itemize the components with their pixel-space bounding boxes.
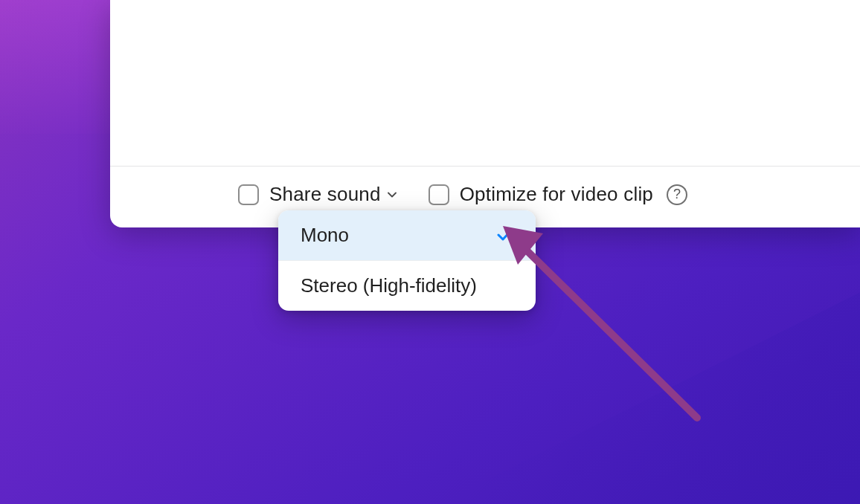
help-icon[interactable]: ? [667,184,687,205]
optimize-video-group: Optimize for video clip ? [429,183,687,206]
share-sound-dropdown-menu: Mono Stereo (High-fidelity) [278,210,536,311]
panel-divider [110,166,860,167]
share-panel: Share sound Optimize for video clip ? [110,0,860,227]
menu-item-mono[interactable]: Mono [278,210,536,260]
share-sound-group: Share sound [238,183,397,206]
share-sound-label: Share sound [269,183,381,206]
optimize-video-checkbox[interactable] [429,184,449,205]
panel-footer: Share sound Optimize for video clip ? [238,183,842,206]
optimize-video-label: Optimize for video clip [460,183,653,206]
check-icon [497,224,513,247]
menu-item-label: Stereo (High-fidelity) [301,274,477,297]
share-sound-checkbox[interactable] [238,184,259,205]
share-sound-dropdown-trigger[interactable]: Share sound [269,183,397,206]
chevron-down-icon [387,190,397,200]
menu-item-label: Mono [301,224,349,247]
menu-item-stereo[interactable]: Stereo (High-fidelity) [278,260,536,311]
